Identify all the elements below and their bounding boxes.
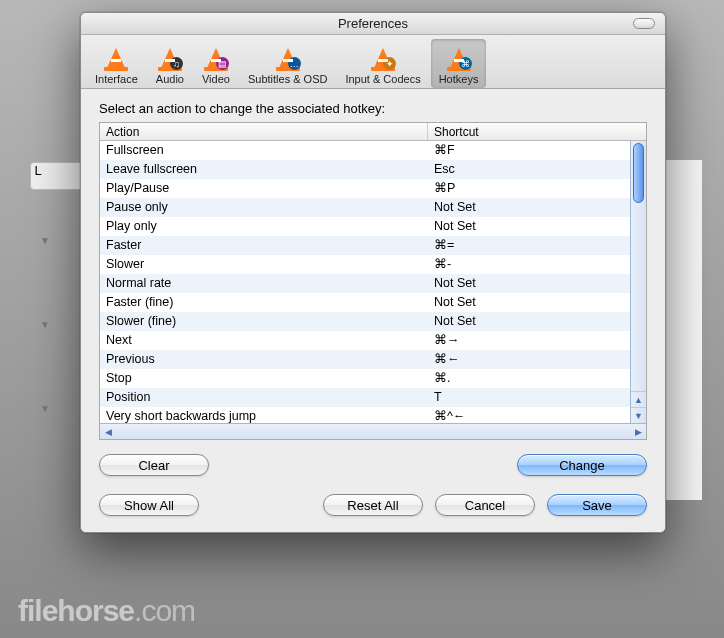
cone-icon: ⌘ bbox=[445, 43, 473, 71]
scroll-right-arrow[interactable]: ▶ bbox=[630, 427, 646, 437]
table-row[interactable]: Play/Pause⌘P bbox=[100, 179, 646, 198]
film-icon: ▤ bbox=[216, 57, 229, 70]
cone-icon: ✦ bbox=[369, 43, 397, 71]
cell-shortcut: T bbox=[428, 388, 646, 407]
vertical-scrollbar[interactable]: ▲ ▼ bbox=[630, 141, 646, 423]
background-panel bbox=[662, 160, 702, 500]
table-row[interactable]: Previous⌘← bbox=[100, 350, 646, 369]
cell-shortcut: Not Set bbox=[428, 217, 646, 236]
cone-icon: … bbox=[274, 43, 302, 71]
cell-action: Faster (fine) bbox=[100, 293, 428, 312]
titlebar[interactable]: Preferences bbox=[81, 13, 665, 35]
background-disclosure bbox=[40, 400, 54, 414]
keyboard-icon: ⌘ bbox=[459, 57, 472, 70]
cell-action: Faster bbox=[100, 236, 428, 255]
table-row[interactable]: Leave fullscreenEsc bbox=[100, 160, 646, 179]
scroll-thumb[interactable] bbox=[633, 143, 644, 203]
hotkeys-table: Action Shortcut Fullscreen⌘FLeave fullsc… bbox=[99, 122, 647, 440]
preferences-window: Preferences Interface ♫ Audio ▤ Video … … bbox=[80, 12, 666, 533]
cell-shortcut: ⌘- bbox=[428, 255, 646, 274]
table-row[interactable]: Faster (fine)Not Set bbox=[100, 293, 646, 312]
show-all-button[interactable]: Show All bbox=[99, 494, 199, 516]
table-row[interactable]: Pause onlyNot Set bbox=[100, 198, 646, 217]
cone-icon: ♫ bbox=[156, 43, 184, 71]
cell-shortcut: Not Set bbox=[428, 312, 646, 331]
window-title: Preferences bbox=[338, 16, 408, 31]
save-button[interactable]: Save bbox=[547, 494, 647, 516]
table-row[interactable]: Slower (fine)Not Set bbox=[100, 312, 646, 331]
cell-action: Slower bbox=[100, 255, 428, 274]
table-row[interactable]: Next⌘→ bbox=[100, 331, 646, 350]
subtitle-icon: … bbox=[288, 57, 301, 70]
table-row[interactable]: PositionT bbox=[100, 388, 646, 407]
cell-action: Normal rate bbox=[100, 274, 428, 293]
cell-action: Next bbox=[100, 331, 428, 350]
dialog-button-row: Show All Reset All Cancel Save bbox=[99, 494, 647, 516]
cone-icon bbox=[102, 43, 130, 71]
cell-action: Play/Pause bbox=[100, 179, 428, 198]
reset-all-button[interactable]: Reset All bbox=[323, 494, 423, 516]
cell-shortcut: Not Set bbox=[428, 198, 646, 217]
content-area: Select an action to change the associate… bbox=[81, 89, 665, 532]
cell-action: Fullscreen bbox=[100, 141, 428, 160]
tab-label: Audio bbox=[156, 73, 184, 85]
tab-audio[interactable]: ♫ Audio bbox=[148, 39, 192, 88]
cell-shortcut: ⌘= bbox=[428, 236, 646, 255]
preferences-toolbar: Interface ♫ Audio ▤ Video … Subtitles & … bbox=[81, 35, 665, 89]
cell-action: Very short backwards jump bbox=[100, 407, 428, 423]
cell-shortcut: Not Set bbox=[428, 274, 646, 293]
cell-action: Position bbox=[100, 388, 428, 407]
table-row[interactable]: Stop⌘. bbox=[100, 369, 646, 388]
cell-action: Play only bbox=[100, 217, 428, 236]
horizontal-scrollbar[interactable]: ◀ ▶ bbox=[100, 423, 646, 439]
cell-shortcut: ⌘← bbox=[428, 350, 646, 369]
tab-interface[interactable]: Interface bbox=[87, 39, 146, 88]
watermark: filehorse.com bbox=[18, 594, 195, 628]
background-disclosure bbox=[40, 232, 54, 246]
table-row[interactable]: Very short backwards jump⌘^← bbox=[100, 407, 646, 423]
scroll-down-arrow[interactable]: ▼ bbox=[631, 407, 646, 423]
toolbar-toggle-pill[interactable] bbox=[633, 18, 655, 29]
tab-subtitles[interactable]: … Subtitles & OSD bbox=[240, 39, 335, 88]
clear-button[interactable]: Clear bbox=[99, 454, 209, 476]
cell-action: Stop bbox=[100, 369, 428, 388]
headphones-icon: ♫ bbox=[170, 57, 183, 70]
table-row[interactable]: Fullscreen⌘F bbox=[100, 141, 646, 160]
table-row[interactable]: Faster⌘= bbox=[100, 236, 646, 255]
tab-label: Video bbox=[202, 73, 230, 85]
change-button[interactable]: Change bbox=[517, 454, 647, 476]
column-header-shortcut[interactable]: Shortcut bbox=[428, 123, 646, 140]
column-header-action[interactable]: Action bbox=[100, 123, 428, 140]
tab-label: Interface bbox=[95, 73, 138, 85]
cell-shortcut: ⌘. bbox=[428, 369, 646, 388]
background-disclosure bbox=[40, 316, 54, 330]
cone-icon: ▤ bbox=[202, 43, 230, 71]
scroll-left-arrow[interactable]: ◀ bbox=[100, 427, 116, 437]
cell-shortcut: ⌘P bbox=[428, 179, 646, 198]
cell-action: Pause only bbox=[100, 198, 428, 217]
table-row[interactable]: Normal rateNot Set bbox=[100, 274, 646, 293]
tab-hotkeys[interactable]: ⌘ Hotkeys bbox=[431, 39, 487, 88]
watermark-text: .com bbox=[134, 594, 195, 627]
cancel-button[interactable]: Cancel bbox=[435, 494, 535, 516]
tab-label: Hotkeys bbox=[439, 73, 479, 85]
tab-label: Input & Codecs bbox=[345, 73, 420, 85]
table-row[interactable]: Slower⌘- bbox=[100, 255, 646, 274]
table-button-row: Clear Change bbox=[99, 454, 647, 476]
tab-input-codecs[interactable]: ✦ Input & Codecs bbox=[337, 39, 428, 88]
table-row[interactable]: Play onlyNot Set bbox=[100, 217, 646, 236]
cell-shortcut: Not Set bbox=[428, 293, 646, 312]
cell-shortcut: Esc bbox=[428, 160, 646, 179]
cell-action: Leave fullscreen bbox=[100, 160, 428, 179]
tab-label: Subtitles & OSD bbox=[248, 73, 327, 85]
cell-shortcut: ⌘^← bbox=[428, 407, 646, 423]
table-body[interactable]: Fullscreen⌘FLeave fullscreenEscPlay/Paus… bbox=[100, 141, 646, 423]
scroll-up-arrow[interactable]: ▲ bbox=[631, 391, 646, 407]
cell-action: Previous bbox=[100, 350, 428, 369]
watermark-text: filehorse bbox=[18, 594, 134, 627]
table-header: Action Shortcut bbox=[100, 123, 646, 141]
tab-video[interactable]: ▤ Video bbox=[194, 39, 238, 88]
wrench-icon: ✦ bbox=[383, 57, 396, 70]
cell-shortcut: ⌘F bbox=[428, 141, 646, 160]
cell-action: Slower (fine) bbox=[100, 312, 428, 331]
